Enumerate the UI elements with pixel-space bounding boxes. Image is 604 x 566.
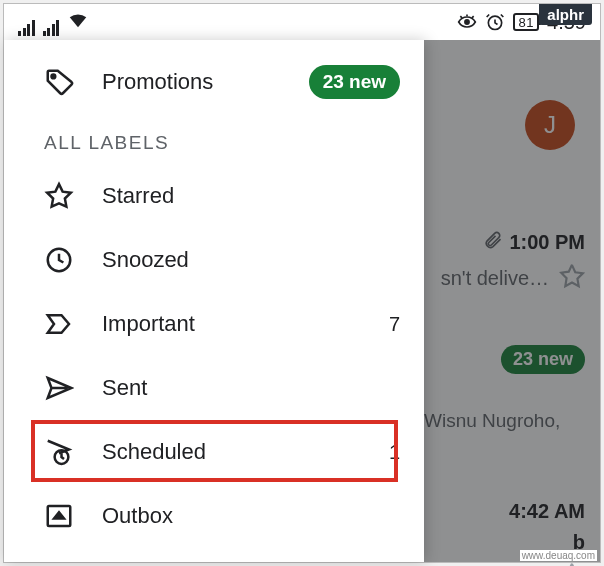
watermark: www.deuaq.com (520, 550, 597, 561)
star-icon[interactable] (559, 562, 585, 566)
nav-item-sent[interactable]: Sent (4, 356, 424, 420)
navigation-drawer: Promotions 23 new ALL LABELS Starred Sno… (4, 40, 424, 562)
nav-item-promotions[interactable]: Promotions 23 new (4, 50, 424, 114)
nav-label: Starred (102, 183, 400, 209)
svg-point-0 (465, 20, 469, 24)
nav-item-scheduled[interactable]: Scheduled 1 (4, 420, 424, 484)
nav-label: Snoozed (102, 247, 400, 273)
source-badge: alphr (539, 4, 592, 25)
nav-item-snoozed[interactable]: Snoozed (4, 228, 424, 292)
battery-icon: 81 (513, 13, 539, 31)
star-icon (44, 181, 74, 211)
nav-label: Outbox (102, 503, 400, 529)
nav-item-starred[interactable]: Starred (4, 164, 424, 228)
nav-label: Important (102, 311, 361, 337)
section-header-labels: ALL LABELS (4, 114, 424, 164)
clock-icon (44, 245, 74, 275)
nav-count: 7 (389, 313, 400, 336)
nav-label: Sent (102, 375, 400, 401)
status-bar: 81 4:59 (4, 4, 600, 40)
alarm-icon (485, 12, 505, 32)
wifi-icon (67, 9, 89, 36)
new-count-badge: 23 new (309, 65, 400, 99)
nav-label: Scheduled (102, 439, 361, 465)
battery-pct: 81 (519, 15, 534, 30)
svg-point-2 (52, 75, 56, 79)
tag-icon (44, 67, 74, 97)
send-icon (44, 373, 74, 403)
nav-item-outbox[interactable]: Outbox (4, 484, 424, 548)
scheduled-send-icon (44, 437, 74, 467)
important-icon (44, 309, 74, 339)
nav-item-important[interactable]: Important 7 (4, 292, 424, 356)
outbox-icon (44, 501, 74, 531)
signal-1-icon (18, 20, 35, 36)
eye-icon (457, 12, 477, 32)
nav-label: Promotions (102, 69, 281, 95)
signal-2-icon (43, 20, 60, 36)
nav-count: 1 (389, 441, 400, 464)
